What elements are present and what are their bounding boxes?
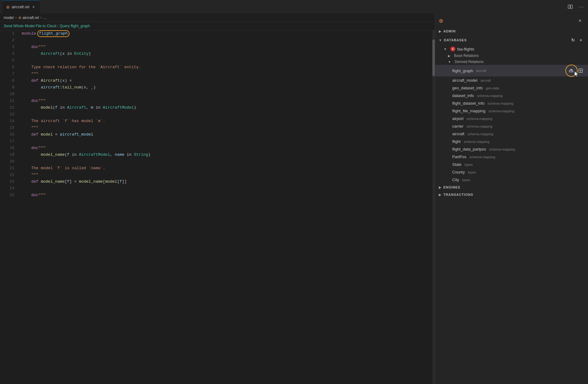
admin-section-header[interactable]: ▶ ADMIN: [435, 28, 588, 35]
sidebar-rel-icon: ⊕: [439, 17, 443, 24]
engines-chevron: ▶: [439, 186, 442, 189]
code-line-21: The model `f` is called `name`.: [22, 165, 430, 172]
code-line-2: [22, 37, 430, 44]
relation-tag-flight-graph: aircraft: [476, 69, 486, 73]
code-line-25: doc""": [22, 192, 430, 199]
relation-tag-flight-dataset-info: schema-mapping: [488, 102, 513, 105]
relation-tag-partpos: schema-mapping: [469, 155, 495, 159]
code-line-10: [22, 91, 430, 98]
databases-actions: ↻ +: [570, 37, 584, 43]
code-line-13: [22, 111, 430, 118]
flight-graph-highlight: flight_graph: [37, 30, 70, 37]
engines-section-header[interactable]: ▶ ENGINES: [435, 184, 588, 191]
code-line-20: [22, 158, 430, 165]
code-line-19: model_name(f in AircraftModel, name in S…: [22, 151, 430, 158]
relation-name-partpos: PartPos: [452, 155, 466, 159]
relation-tag-flight-data-partpos: schema-mapping: [489, 147, 515, 151]
base-relations-chevron: ▶: [448, 54, 450, 58]
code-line-18: doc""": [22, 145, 430, 151]
relation-tag-county: types: [468, 170, 476, 174]
relation-flight-file-mapping[interactable]: flight_file_mapping schema-mapping: [435, 107, 588, 115]
line-numbers: 1 2 3 4 5 6 7 8 9 10 11 12 13 14 15 16 1…: [0, 30, 17, 384]
code-line-11: doc""": [22, 98, 430, 104]
relation-flight-data-partpos[interactable]: flight_data_partpos schema-mapping: [435, 145, 588, 153]
code-line-8: def Aircraft(x) =: [22, 77, 430, 84]
aircraft-rel-tab[interactable]: ⊕ aircraft.rel ×: [2, 0, 40, 13]
relation-tag-airport: schema-mapping: [467, 117, 492, 121]
upload-to-cloud-button[interactable]: [567, 66, 576, 75]
code-line-16: def model = aircraft_model: [22, 131, 430, 138]
relation-name-flight-file-mapping: flight_file_mapping: [452, 109, 485, 113]
breadcrumb-sep2: >: [40, 16, 42, 20]
faa-flights-db-item[interactable]: ▼ faa-flights: [435, 45, 588, 53]
split-editor-button[interactable]: [566, 2, 575, 11]
relation-flight-dataset-info[interactable]: flight_dataset_info schema-mapping: [435, 99, 588, 107]
faa-flights-name: faa-flights: [457, 47, 474, 51]
admin-chevron: ▶: [439, 30, 442, 33]
main-area: model > ⊕ aircraft.rel > ... Send Whole …: [0, 14, 588, 384]
svg-rect-0: [568, 5, 570, 9]
add-database-button[interactable]: +: [578, 37, 584, 43]
toolbar-hint: Send Whole Model File to Cloud | Query f…: [0, 22, 435, 30]
sidebar-panel: ⊕ × ▶ ADMIN ▼ DATABASES ↻ + ▼: [435, 14, 588, 384]
relation-airport[interactable]: airport schema-mapping: [435, 115, 588, 122]
derived-relations-section[interactable]: ▼ Derived Relations: [435, 59, 588, 65]
relation-name-airport: airport: [452, 116, 464, 121]
relation-county[interactable]: County types: [435, 168, 588, 176]
load-relation-button[interactable]: [577, 67, 584, 74]
databases-label: DATABASES: [444, 38, 467, 42]
relation-geo-dataset-info[interactable]: geo_dataset_info geo-data: [435, 84, 588, 92]
transactions-chevron: ▶: [439, 193, 442, 196]
relation-aircraft-model[interactable]: aircraft_model aircraft: [435, 76, 588, 84]
transactions-section-header[interactable]: ▶ TRANSACTIONS: [435, 191, 588, 198]
relation-tag-flight-file-mapping: schema-mapping: [488, 109, 514, 113]
relation-state[interactable]: State types: [435, 161, 588, 168]
breadcrumb-sep1: >: [15, 16, 17, 20]
relation-tag-aircraft-model: aircraft: [480, 79, 491, 82]
breadcrumb-file: aircraft.rel: [23, 16, 39, 20]
tab-close-button[interactable]: ×: [31, 5, 36, 9]
code-line-5: [22, 57, 430, 64]
engines-label: ENGINES: [443, 185, 460, 189]
scrollbar-thumb[interactable]: [432, 39, 435, 76]
db-icon: [450, 47, 455, 51]
relation-name-flight: flight: [452, 139, 460, 144]
send-whole-link[interactable]: Send Whole Model File to Cloud: [4, 24, 56, 28]
editor-scrollbar[interactable]: [432, 30, 435, 384]
code-line-9: aircraft:tail_num(x, _): [22, 84, 430, 91]
relation-flight-graph[interactable]: flight_graph aircraft: [435, 65, 588, 76]
relation-dataset-info[interactable]: dataset_info schema-mapping: [435, 92, 588, 99]
relation-name-aircraft-model: aircraft_model: [452, 78, 477, 83]
code-line-23: def model_name[f] = model_name[model[f]]: [22, 178, 430, 185]
base-relations-label: Base Relations: [454, 54, 479, 58]
databases-section-header[interactable]: ▼ DATABASES ↻ +: [435, 35, 588, 45]
code-content[interactable]: module flight_graph doc""" Aircraft(x in…: [17, 30, 435, 384]
code-line-22: """: [22, 172, 430, 178]
code-editor[interactable]: 1 2 3 4 5 6 7 8 9 10 11 12 13 14 15 16 1…: [0, 30, 435, 384]
relation-aircraft[interactable]: aircraft schema-mapping: [435, 130, 588, 138]
relation-name-flight-dataset-info: flight_dataset_info: [452, 101, 485, 106]
query-link[interactable]: Query flight_graph: [60, 24, 90, 28]
relation-name-aircraft: aircraft: [452, 132, 464, 136]
code-line-15: """: [22, 125, 430, 131]
relation-city[interactable]: City types: [435, 176, 588, 184]
derived-relations-chevron: ▼: [448, 60, 451, 64]
relation-tag-geo-dataset-info: geo-data: [486, 86, 499, 90]
tab-label: aircraft.rel: [12, 5, 29, 9]
relation-tag-city: types: [462, 178, 470, 182]
relation-partpos[interactable]: PartPos schema-mapping: [435, 153, 588, 161]
relation-carrier[interactable]: carrier schema-mapping: [435, 122, 588, 130]
code-line-1: module flight_graph: [22, 30, 430, 37]
code-line-24: [22, 185, 430, 192]
refresh-databases-button[interactable]: ↻: [570, 37, 576, 43]
sidebar-header: ⊕ ×: [435, 14, 588, 28]
sidebar-close-button[interactable]: ×: [576, 17, 584, 25]
faa-flights-chevron: ▼: [444, 47, 447, 51]
relation-flight[interactable]: flight schema-mapping: [435, 138, 588, 145]
code-line-17: [22, 138, 430, 145]
more-actions-button[interactable]: ···: [577, 2, 586, 11]
code-line-12: model(f in Aircraft, m in AircraftModel): [22, 104, 430, 111]
code-line-6: Type check relation for the `Aircraft` e…: [22, 64, 430, 71]
breadcrumb-model: model: [4, 16, 14, 20]
base-relations-section[interactable]: ▶ Base Relations: [435, 53, 588, 59]
